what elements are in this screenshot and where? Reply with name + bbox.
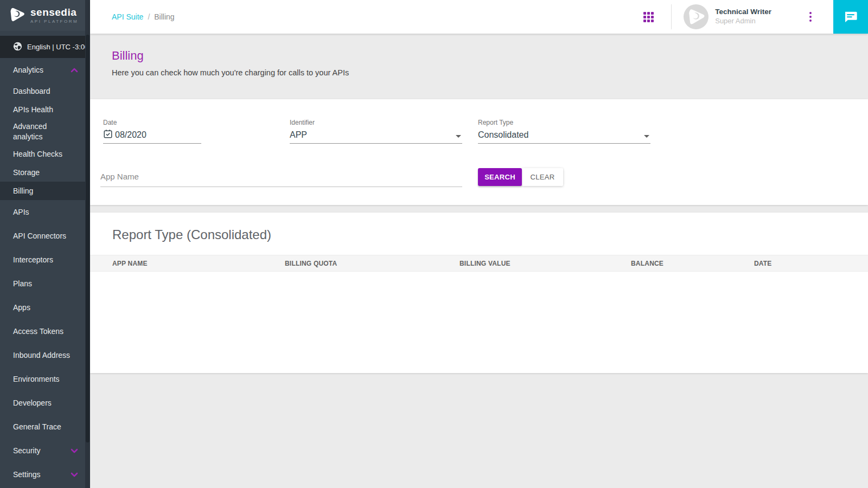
sidebar-scrollbar-thumb[interactable] xyxy=(86,35,90,442)
sidebar: sensedia API PLATFORM English | UTC -3:0… xyxy=(0,0,90,488)
sidebar-item-plans[interactable]: Plans xyxy=(0,272,90,296)
chevron-down-icon xyxy=(71,448,78,453)
sidebar-item-analytics[interactable]: Analytics xyxy=(0,58,90,82)
page-header: Billing Here you can check how much you'… xyxy=(90,34,868,99)
sidebar-item-settings[interactable]: Settings xyxy=(0,463,90,486)
sidebar-nav: Analytics Dashboard APIs Health Advanced… xyxy=(0,58,90,486)
main-content: API Suite / Billing Technical Writer Sup… xyxy=(90,0,868,488)
search-button[interactable]: SEARCH xyxy=(478,168,522,186)
sidebar-item-billing[interactable]: Billing xyxy=(0,182,90,200)
globe-icon xyxy=(13,42,22,53)
sidebar-item-interceptors[interactable]: Interceptors xyxy=(0,248,90,272)
kebab-menu-icon[interactable] xyxy=(809,12,812,22)
identifier-value: APP xyxy=(290,130,307,140)
calendar-icon xyxy=(103,129,113,141)
sidebar-item-environments[interactable]: Environments xyxy=(0,367,90,391)
logo[interactable]: sensedia API PLATFORM xyxy=(0,0,90,31)
avatar[interactable] xyxy=(684,4,709,29)
sensedia-logo-icon xyxy=(8,5,26,26)
sidebar-item-advanced-analytics[interactable]: Advanced analytics xyxy=(0,119,90,145)
sidebar-item-storage[interactable]: Storage xyxy=(0,163,90,182)
dropdown-caret-icon xyxy=(456,135,461,138)
sidebar-item-apps[interactable]: Apps xyxy=(0,296,90,319)
language-timezone-label: English | UTC -3:00 xyxy=(27,43,88,51)
breadcrumb-separator: / xyxy=(148,12,150,21)
report-type-select[interactable]: Report Type Consolidated xyxy=(478,119,650,144)
report-panel: Report Type (Consolidated) APP NAME BILL… xyxy=(90,213,868,373)
sidebar-item-apis-health[interactable]: APIs Health xyxy=(0,100,90,119)
sidebar-item-developers[interactable]: Developers xyxy=(0,391,90,415)
sidebar-item-access-tokens[interactable]: Access Tokens xyxy=(0,319,90,343)
report-type-label: Report Type xyxy=(478,119,650,126)
filter-panel: Date 08/2020 Identifier APP Report Type xyxy=(90,99,868,205)
clear-button[interactable]: CLEAR xyxy=(522,168,563,186)
report-title: Report Type (Consolidated) xyxy=(90,213,868,242)
sidebar-item-security[interactable]: Security xyxy=(0,439,90,463)
dropdown-caret-icon xyxy=(644,135,649,138)
column-billing-quota: BILLING QUOTA xyxy=(285,260,459,267)
app-name-input[interactable] xyxy=(100,169,462,187)
app-name-field xyxy=(100,169,462,187)
brand-name: sensedia xyxy=(30,7,78,17)
chevron-down-icon xyxy=(71,472,78,477)
column-app-name: APP NAME xyxy=(112,260,285,267)
identifier-select[interactable]: Identifier APP xyxy=(290,119,462,144)
breadcrumb-current: Billing xyxy=(154,12,174,21)
table-header-row: APP NAME BILLING QUOTA BILLING VALUE BAL… xyxy=(90,255,868,272)
language-timezone-bar[interactable]: English | UTC -3:00 xyxy=(0,36,90,58)
report-type-value: Consolidated xyxy=(478,130,528,140)
sidebar-item-general-trace[interactable]: General Trace xyxy=(0,415,90,439)
app-root: sensedia API PLATFORM English | UTC -3:0… xyxy=(0,0,868,488)
page-subtitle: Here you can check how much you're charg… xyxy=(112,68,868,77)
column-date: DATE xyxy=(754,260,868,267)
chevron-up-icon xyxy=(71,68,78,73)
brand-subtitle: API PLATFORM xyxy=(30,19,78,24)
chat-button[interactable] xyxy=(833,0,868,34)
sidebar-item-health-checks[interactable]: Health Checks xyxy=(0,145,90,163)
top-bar: API Suite / Billing Technical Writer Sup… xyxy=(90,0,868,34)
user-name: Technical Writer xyxy=(715,8,771,17)
header-divider xyxy=(671,4,672,29)
chat-icon xyxy=(843,9,859,25)
breadcrumb: API Suite / Billing xyxy=(90,12,175,21)
breadcrumb-api-suite[interactable]: API Suite xyxy=(112,12,143,21)
user-role: Super Admin xyxy=(715,17,771,25)
column-balance: BALANCE xyxy=(631,260,754,267)
sidebar-item-apis[interactable]: APIs xyxy=(0,200,90,224)
sidebar-item-inbound-address[interactable]: Inbound Address xyxy=(0,343,90,367)
sidebar-item-api-connectors[interactable]: API Connectors xyxy=(0,224,90,248)
column-billing-value: BILLING VALUE xyxy=(459,260,631,267)
page-title: Billing xyxy=(112,49,868,63)
identifier-label: Identifier xyxy=(290,119,462,126)
date-field[interactable]: Date 08/2020 xyxy=(103,119,201,144)
date-label: Date xyxy=(103,119,201,126)
table-body-empty xyxy=(90,272,868,358)
section-gap xyxy=(90,205,868,213)
apps-grid-icon[interactable] xyxy=(643,12,654,22)
date-value: 08/2020 xyxy=(115,130,146,140)
sidebar-item-dashboard[interactable]: Dashboard xyxy=(0,82,90,100)
